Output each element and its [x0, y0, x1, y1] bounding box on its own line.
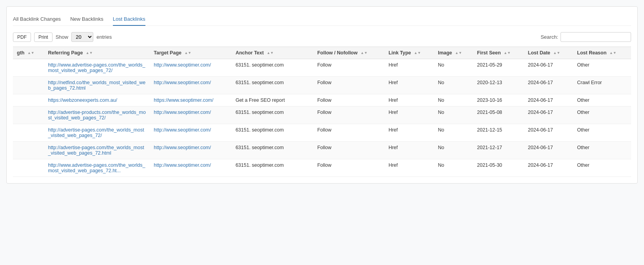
link-target[interactable]: http://www.seoptimer.com/	[154, 110, 211, 115]
cell-target[interactable]: http://www.seoptimer.com/	[150, 159, 232, 177]
cell-strength	[13, 124, 44, 142]
cell-firstseen: 2021-05-29	[473, 59, 524, 77]
sort-icon-referring: ▲▼	[86, 51, 93, 55]
tab-lost-backlinks[interactable]: Lost Backlinks	[113, 13, 145, 26]
cell-target[interactable]: http://www.seoptimer.com/	[150, 124, 232, 142]
cell-lostreason: Other	[573, 94, 631, 106]
cell-linktype: Href	[385, 59, 434, 77]
cell-referring[interactable]: http://advertise-pages.com/the_worlds_mo…	[44, 124, 150, 142]
cell-follow: Follow	[313, 159, 385, 177]
cell-referring[interactable]: http://netfind.co/the_worlds_most_visite…	[44, 77, 150, 94]
entries-select[interactable]: 10 20 50 100	[71, 32, 93, 42]
cell-lostdate: 2024-06-17	[524, 94, 573, 106]
search-input[interactable]	[561, 32, 631, 42]
link-referring[interactable]: http://advertise-pages.com/the_worlds_mo…	[48, 145, 144, 156]
cell-anchor: Get a Free SEO report	[232, 94, 314, 106]
col-header-anchor[interactable]: Anchor Text ▲▼	[232, 47, 314, 59]
cell-referring[interactable]: http://advertise-pages.com/the_worlds_mo…	[44, 142, 150, 159]
cell-linktype: Href	[385, 94, 434, 106]
tab-all-backlink-changes[interactable]: All Backlink Changes	[13, 13, 61, 26]
entries-label: entries	[96, 34, 112, 40]
sort-icon-lostdate: ▲▼	[553, 51, 560, 55]
sort-icon-linktype: ▲▼	[414, 51, 421, 55]
link-target[interactable]: http://www.seoptimer.com/	[154, 80, 211, 85]
link-referring[interactable]: http://netfind.co/the_worlds_most_visite…	[48, 80, 145, 91]
sort-icon-target: ▲▼	[184, 51, 191, 55]
cell-linktype: Href	[385, 77, 434, 94]
table-row: http://netfind.co/the_worlds_most_visite…	[13, 77, 631, 94]
sort-icon-anchor: ▲▼	[267, 51, 274, 55]
cell-lostdate: 2024-06-17	[524, 77, 573, 94]
cell-target[interactable]: http://www.seoptimer.com/	[150, 77, 232, 94]
link-target[interactable]: https://www.seoptimer.com/	[154, 97, 213, 103]
link-referring[interactable]: http://advertise-products.com/the_worlds…	[48, 110, 145, 121]
cell-referring[interactable]: http://www.advertise-pages.com/the_world…	[44, 59, 150, 77]
col-header-referring[interactable]: Referring Page ▲▼	[44, 47, 150, 59]
cell-lostdate: 2024-06-17	[524, 159, 573, 177]
table-row: http://advertise-pages.com/the_worlds_mo…	[13, 142, 631, 159]
cell-referring[interactable]: http://advertise-products.com/the_worlds…	[44, 106, 150, 124]
cell-follow: Follow	[313, 94, 385, 106]
table-row: http://advertise-pages.com/the_worlds_mo…	[13, 124, 631, 142]
link-target[interactable]: http://www.seoptimer.com/	[154, 145, 211, 150]
cell-image: No	[434, 142, 473, 159]
link-target[interactable]: http://www.seoptimer.com/	[154, 162, 211, 168]
col-header-lostreason[interactable]: Lost Reason ▲▼	[573, 47, 631, 59]
cell-strength	[13, 159, 44, 177]
cell-linktype: Href	[385, 142, 434, 159]
cell-strength	[13, 142, 44, 159]
sort-icon-image: ▲▼	[455, 51, 462, 55]
cell-image: No	[434, 77, 473, 94]
link-referring[interactable]: http://www.advertise-pages.com/the_world…	[48, 162, 145, 173]
cell-lostdate: 2024-06-17	[524, 59, 573, 77]
cell-image: No	[434, 124, 473, 142]
search-area: Search:	[541, 32, 631, 42]
sort-icon-strength: ▲▼	[27, 51, 34, 55]
cell-strength	[13, 77, 44, 94]
table-row: http://www.advertise-pages.com/the_world…	[13, 159, 631, 177]
cell-firstseen: 2020-12-13	[473, 77, 524, 94]
col-header-lostdate[interactable]: Lost Date ▲▼	[524, 47, 573, 59]
cell-strength	[13, 106, 44, 124]
link-referring[interactable]: http://www.advertise-pages.com/the_world…	[48, 62, 145, 73]
tab-new-backlinks[interactable]: New Backlinks	[70, 13, 103, 26]
cell-follow: Follow	[313, 59, 385, 77]
col-header-follow[interactable]: Follow / Nofollow ▲▼	[313, 47, 385, 59]
col-header-strength[interactable]: gth ▲▼	[13, 47, 44, 59]
cell-referring[interactable]: https://webzoneexperts.com.au/	[44, 94, 150, 106]
cell-target[interactable]: http://www.seoptimer.com/	[150, 106, 232, 124]
sort-icon-firstseen: ▲▼	[504, 51, 511, 55]
col-header-target[interactable]: Target Page ▲▼	[150, 47, 232, 59]
tab-bar: All Backlink Changes New Backlinks Lost …	[13, 13, 631, 26]
link-referring[interactable]: http://advertise-pages.com/the_worlds_mo…	[48, 127, 144, 138]
cell-anchor: 63151. seoptimer.com	[232, 142, 314, 159]
cell-target[interactable]: http://www.seoptimer.com/	[150, 142, 232, 159]
pdf-button[interactable]: PDF	[13, 32, 31, 42]
cell-firstseen: 2021-12-17	[473, 142, 524, 159]
cell-lostreason: Other	[573, 142, 631, 159]
cell-firstseen: 2021-05-30	[473, 159, 524, 177]
col-header-image[interactable]: Image ▲▼	[434, 47, 473, 59]
cell-image: No	[434, 159, 473, 177]
cell-image: No	[434, 59, 473, 77]
cell-image: No	[434, 94, 473, 106]
cell-target[interactable]: https://www.seoptimer.com/	[150, 94, 232, 106]
cell-target[interactable]: http://www.seoptimer.com/	[150, 59, 232, 77]
cell-follow: Follow	[313, 106, 385, 124]
cell-referring[interactable]: http://www.advertise-pages.com/the_world…	[44, 159, 150, 177]
link-target[interactable]: http://www.seoptimer.com/	[154, 62, 211, 68]
cell-lostdate: 2024-06-17	[524, 106, 573, 124]
col-header-firstseen[interactable]: First Seen ▲▼	[473, 47, 524, 59]
cell-lostreason: Crawl Error	[573, 77, 631, 94]
cell-lostdate: 2024-06-17	[524, 142, 573, 159]
link-referring[interactable]: https://webzoneexperts.com.au/	[48, 97, 117, 103]
cell-anchor: 63151. seoptimer.com	[232, 77, 314, 94]
table-header-row: gth ▲▼ Referring Page ▲▼ Target Page ▲▼ …	[13, 47, 631, 59]
print-button[interactable]: Print	[34, 32, 53, 42]
cell-linktype: Href	[385, 159, 434, 177]
controls-left: PDF Print Show 10 20 50 100 entries	[13, 32, 112, 42]
cell-lostreason: Other	[573, 59, 631, 77]
link-target[interactable]: http://www.seoptimer.com/	[154, 127, 211, 133]
cell-strength	[13, 94, 44, 106]
col-header-linktype[interactable]: Link Type ▲▼	[385, 47, 434, 59]
